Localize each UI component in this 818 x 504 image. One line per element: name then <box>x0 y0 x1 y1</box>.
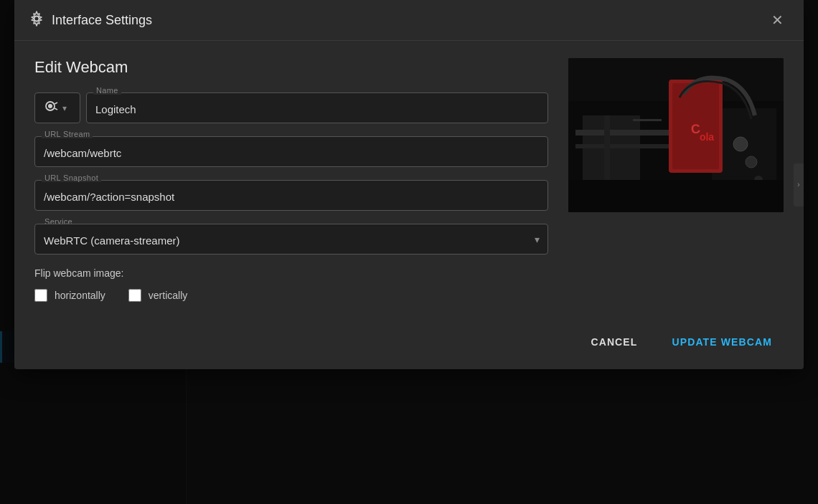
webcam-select-icon <box>42 100 58 116</box>
flip-vertical-label: vertically <box>149 290 187 301</box>
service-row: Service WebRTC (camera-streamer) MJPEG-S… <box>34 224 548 255</box>
modal-title-text: Interface Settings <box>52 13 152 28</box>
url-snapshot-input[interactable] <box>34 180 548 211</box>
url-snapshot-field-group: URL Snapshot <box>34 180 548 211</box>
flip-horizontal-label: horizontally <box>55 290 105 301</box>
webcam-preview: C ola <box>568 58 784 302</box>
svg-rect-31 <box>575 130 669 135</box>
modal-header: Interface Settings ✕ <box>14 0 804 41</box>
url-stream-label: URL Stream <box>42 130 93 138</box>
modal-title: Interface Settings <box>29 11 152 30</box>
modal-dialog: Interface Settings ✕ Edit Webcam ▾ <box>14 0 804 369</box>
url-snapshot-label: URL Snapshot <box>42 173 101 182</box>
modal-body: Edit Webcam ▾ Name <box>14 41 804 319</box>
flip-vertical-checkbox-item[interactable]: vertically <box>128 289 187 302</box>
svg-line-21 <box>55 103 57 104</box>
svg-text:ola: ola <box>700 131 714 143</box>
dropdown-chevron-icon: ▾ <box>62 103 67 113</box>
service-select-wrapper: WebRTC (camera-streamer) MJPEG-Streamer … <box>34 224 548 255</box>
webcam-image: C ola <box>568 58 784 212</box>
update-webcam-button[interactable]: UPDATE WEBCAM <box>660 331 784 353</box>
name-label: Name <box>93 86 121 95</box>
checkboxes-row: horizontally vertically <box>34 289 548 302</box>
svg-rect-37 <box>568 180 784 212</box>
close-button[interactable]: ✕ <box>766 10 789 30</box>
modal-footer: CANCEL UPDATE WEBCAM <box>14 319 804 369</box>
svg-rect-32 <box>575 144 669 148</box>
name-field-group: Name <box>86 92 548 123</box>
modal-overlay: Interface Settings ✕ Edit Webcam ▾ <box>0 0 818 504</box>
name-input[interactable] <box>86 92 548 123</box>
service-select[interactable]: WebRTC (camera-streamer) MJPEG-Streamer … <box>34 224 548 255</box>
url-snapshot-row: URL Snapshot <box>34 180 548 211</box>
svg-line-22 <box>55 108 57 110</box>
svg-point-34 <box>733 137 748 151</box>
url-stream-row: URL Stream <box>34 136 548 167</box>
modal-form: Edit Webcam ▾ Name <box>34 58 548 302</box>
flip-label: Flip webcam image: <box>34 267 548 279</box>
side-panel-handle[interactable]: › <box>794 163 804 206</box>
section-title: Edit Webcam <box>34 58 548 77</box>
flip-horizontal-checkbox[interactable] <box>34 289 47 302</box>
flip-vertical-checkbox[interactable] <box>128 289 141 302</box>
gear-icon <box>29 11 44 30</box>
webcam-icon-dropdown[interactable]: ▾ <box>34 92 80 123</box>
cancel-button[interactable]: CANCEL <box>579 331 649 353</box>
flip-section: Flip webcam image: horizontally vertical… <box>34 267 548 302</box>
url-stream-input[interactable] <box>34 136 548 167</box>
svg-point-35 <box>746 156 757 168</box>
svg-point-18 <box>34 16 39 21</box>
svg-point-20 <box>48 104 52 108</box>
flip-horizontal-checkbox-item[interactable]: horizontally <box>34 289 105 302</box>
service-field-group: Service WebRTC (camera-streamer) MJPEG-S… <box>34 224 548 255</box>
svg-rect-38 <box>633 119 662 121</box>
name-row: ▾ Name <box>34 92 548 123</box>
url-stream-field-group: URL Stream <box>34 136 548 167</box>
